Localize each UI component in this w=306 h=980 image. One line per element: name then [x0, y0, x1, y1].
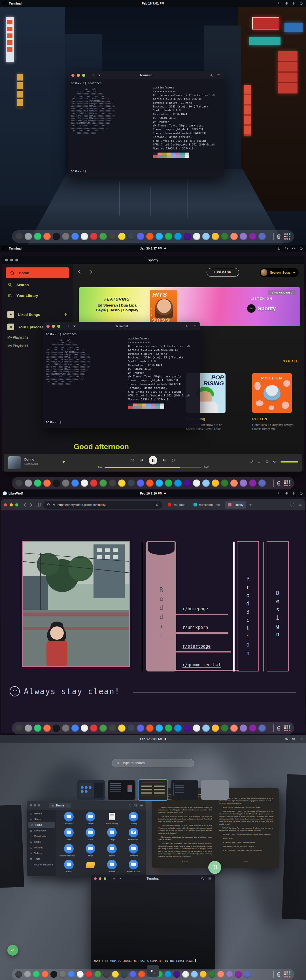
search-bar[interactable]: Type to search [112, 759, 194, 767]
window-thumbnail-selected[interactable] [138, 779, 168, 801]
trash-icon[interactable] [276, 480, 282, 487]
dock-app-icon[interactable] [15, 233, 23, 240]
dock-app-icon[interactable] [184, 724, 191, 732]
back-icon[interactable] [24, 503, 27, 507]
dock-app-icon[interactable] [249, 479, 257, 487]
system-tray[interactable] [277, 492, 303, 495]
dock-app-icon[interactable] [212, 479, 219, 487]
dock-app-icon[interactable] [71, 724, 79, 732]
window-controls[interactable] [71, 74, 85, 77]
dock-app-icon[interactable] [209, 971, 215, 978]
upgrade-button[interactable]: UPGRADE [206, 268, 239, 277]
dock-app-icon[interactable] [249, 233, 257, 240]
file-item[interactable]: .config [123, 812, 144, 826]
dock-app-icon[interactable] [137, 233, 144, 240]
dock-app-icon[interactable] [258, 233, 266, 240]
sidebar-item-home[interactable]: Home [6, 267, 69, 278]
maximize-button[interactable] [15, 259, 18, 261]
track-title[interactable]: Dunno [24, 458, 34, 461]
window-thumbnail[interactable] [201, 780, 229, 800]
volume-bar[interactable] [281, 461, 298, 463]
dock-app-icon[interactable] [71, 479, 79, 487]
previous-icon[interactable] [140, 458, 144, 462]
dock-app-icon[interactable] [174, 479, 182, 487]
system-tray[interactable] [277, 2, 303, 5]
dock-app-icon[interactable] [202, 233, 210, 240]
sidebar-item[interactable]: + Other Locations [27, 862, 56, 867]
dock-app-icon[interactable] [94, 971, 101, 978]
devices-icon[interactable] [265, 460, 269, 464]
dock-app-icon[interactable] [86, 971, 92, 978]
minimize-button[interactable] [52, 325, 55, 328]
clock[interactable]: Jan 30 5:37 PM [140, 247, 166, 250]
dock-app-icon[interactable] [100, 479, 107, 487]
dock-app-icon[interactable] [165, 724, 172, 732]
sidebar-item[interactable]: Home [28, 822, 55, 828]
dock-app-icon[interactable] [165, 971, 171, 978]
dock-app-icon[interactable] [240, 233, 247, 240]
see-all-link[interactable]: SEE ALL [283, 360, 298, 363]
dock-app-icon[interactable] [258, 724, 266, 732]
path-chip[interactable]: Home [49, 803, 71, 808]
power-icon[interactable] [299, 737, 303, 741]
mic-muted-icon[interactable] [292, 2, 296, 5]
shuffle-icon[interactable] [131, 458, 135, 462]
dock-app-icon[interactable] [33, 971, 40, 978]
reddit-link[interactable]: r/startpage [182, 644, 211, 649]
file-item[interactable]: Pictures [58, 812, 79, 826]
tab-dropdown-icon[interactable] [119, 878, 122, 879]
phone-link-icon[interactable] [277, 247, 281, 250]
dock-app-icon[interactable] [81, 233, 88, 240]
terminal-content[interactable]: bash-5.1$ neofetch .',;::::;,'. .';:cccc… [68, 80, 224, 177]
dock-app-icon[interactable] [193, 479, 200, 487]
dock-app-icon[interactable] [240, 479, 247, 487]
dock-app-icon[interactable] [90, 479, 97, 487]
dock-app-icon[interactable] [24, 971, 31, 978]
dock-app-icon[interactable] [15, 479, 23, 487]
view-toggle-icon[interactable] [134, 804, 137, 807]
lyrics-icon[interactable] [250, 460, 254, 464]
dock-app-icon[interactable] [221, 479, 228, 487]
clock[interactable]: Feb 17 9:01 AM [140, 737, 166, 741]
dock-app-icon[interactable] [202, 724, 210, 732]
dock-app-icon[interactable] [109, 233, 116, 240]
file-item[interactable]: .bash_history [101, 812, 123, 826]
sidebar-item[interactable]: Videos [27, 850, 56, 856]
dock-app-icon[interactable] [174, 724, 182, 732]
file-item[interactable]: snap [79, 844, 101, 858]
dock-app-icon[interactable] [62, 233, 70, 240]
minimize-button[interactable] [99, 877, 101, 880]
dock-app-icon[interactable] [155, 724, 163, 732]
new-tab-icon[interactable] [67, 325, 70, 328]
dock-app-icon[interactable] [137, 479, 144, 487]
repeat-icon[interactable] [171, 458, 175, 462]
dock-app-icon[interactable] [62, 724, 70, 732]
dock-app-icon[interactable] [258, 479, 266, 487]
dock-app-icon[interactable] [25, 233, 32, 240]
dock-app-icon[interactable] [118, 724, 125, 732]
dock-app-icon[interactable] [146, 724, 154, 732]
volume-icon[interactable] [273, 460, 276, 464]
dock-app-icon[interactable] [71, 233, 79, 240]
close-button[interactable] [94, 877, 97, 880]
dock-app-icon[interactable] [109, 724, 116, 732]
power-icon[interactable] [299, 492, 303, 495]
reddit-link[interactable]: r/unixporn [182, 625, 208, 630]
account-icon[interactable] [290, 503, 294, 507]
dock-app-icon[interactable] [109, 479, 116, 487]
terminal-window[interactable]: Terminal bash-5.1$ neofetch .',;::::;,'.… [43, 322, 200, 428]
file-item[interactable]: .cargo [101, 828, 123, 842]
file-item[interactable]: .rustup [58, 860, 79, 874]
browser-window[interactable]: https://prettycoffee.github.io/fluidity/… [1, 499, 305, 733]
dock-app-icon[interactable] [34, 479, 41, 487]
dock-app-icon[interactable] [15, 971, 22, 978]
dock-app-icon[interactable] [118, 233, 125, 240]
minimize-button[interactable] [77, 74, 80, 77]
reddit-link[interactable]: r/gnome red hat [182, 662, 221, 668]
dock-app-icon[interactable] [34, 233, 41, 240]
files-titlebar[interactable]: Home [27, 801, 146, 810]
prod3ction-box[interactable]: Prod3ction [237, 541, 259, 671]
focused-app[interactable]: LibreWolf [3, 492, 23, 495]
sidebar-item[interactable]: Downloads [27, 834, 56, 839]
url-text[interactable]: https://prettycoffee.github.io/fluidity/ [57, 503, 106, 506]
